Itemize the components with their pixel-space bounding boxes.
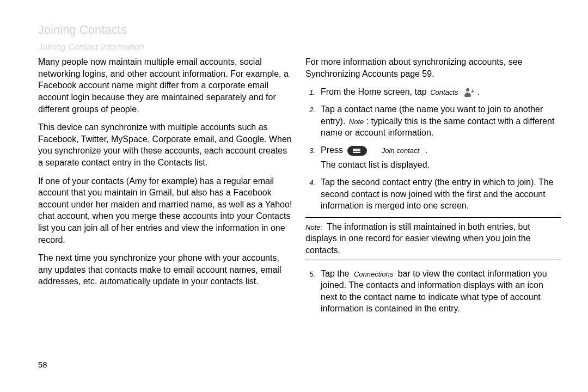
list-item: 1. From the Home screen, tap Contacts + … <box>305 86 561 98</box>
body-paragraph: Many people now maintain multiple email … <box>38 56 293 115</box>
body-paragraph: For more information about synchronizing… <box>305 56 561 79</box>
text: page 59. <box>400 69 434 78</box>
menu-key-icon <box>347 146 367 156</box>
text: Tap the <box>321 269 349 278</box>
step-number: 3. <box>305 144 315 156</box>
note-label: Note: <box>305 223 322 231</box>
step-number: 2. <box>305 103 315 115</box>
text: Press <box>321 145 343 155</box>
step-body: Press Join contact . The contact list is… <box>321 144 561 171</box>
list-item: 2. Tap a contact name (the name you want… <box>305 103 561 139</box>
text: From the Home screen, tap <box>321 87 427 96</box>
note-text: The information is still maintained in b… <box>305 222 531 255</box>
body-paragraph: The next time you synchronize your phone… <box>38 252 293 287</box>
section-subheading: Joining Contact Information <box>38 41 561 53</box>
step-number: 1. <box>305 86 315 97</box>
step-body: From the Home screen, tap Contacts + . <box>321 86 561 98</box>
ui-label-fragment: Connections <box>354 270 393 278</box>
text: for example) <box>149 176 198 186</box>
body-paragraph: If one of your contacts (Amy ith, Sm for… <box>38 175 293 246</box>
step-result: The contact list is displayed. <box>321 159 561 171</box>
text: account information. <box>355 128 433 137</box>
step-body: Tap the Connections bar to view the cont… <box>321 268 561 315</box>
instruction-list-continued: 5. Tap the Connections bar to view the c… <box>305 268 561 315</box>
left-column: Many people now maintain multiple email … <box>38 56 293 320</box>
text: . <box>477 87 479 96</box>
right-column: For more information about synchronizing… <box>305 56 561 320</box>
list-item: 4. Tap the second contact entry (the ent… <box>305 176 561 212</box>
text: has a regular email account that you mai… <box>38 176 292 244</box>
body-paragraph: This device can synchronize with multipl… <box>38 121 293 168</box>
list-item: 3. Press Join contact . The contact list… <box>305 144 561 171</box>
step-number: 5. <box>305 268 315 279</box>
list-item: 5. Tap the Connections bar to view the c… <box>305 268 561 315</box>
ui-label-fragment: Join contact <box>382 146 419 155</box>
text: groups of people. <box>72 105 139 114</box>
ui-label-fragment: Contacts <box>430 88 458 96</box>
two-column-layout: Many people now maintain multiple email … <box>38 56 561 320</box>
text: . <box>425 145 427 155</box>
step-body: Tap the second contact entry (the entry … <box>321 176 561 212</box>
text: If one of your contacts (Amy <box>38 176 146 186</box>
contacts-icon: + <box>463 88 473 97</box>
note-block: Note: The information is still maintaine… <box>305 217 561 260</box>
section-heading: Joining Contacts <box>38 22 561 38</box>
manual-page: Joining Contacts Joining Contact Informa… <box>0 0 588 392</box>
note-fragment: Note <box>349 118 364 126</box>
page-number: 58 <box>38 359 47 370</box>
step-body: Tap a contact name (the name you want to… <box>321 103 561 139</box>
instruction-list: 1. From the Home screen, tap Contacts + … <box>305 86 561 211</box>
step-number: 4. <box>305 176 315 188</box>
